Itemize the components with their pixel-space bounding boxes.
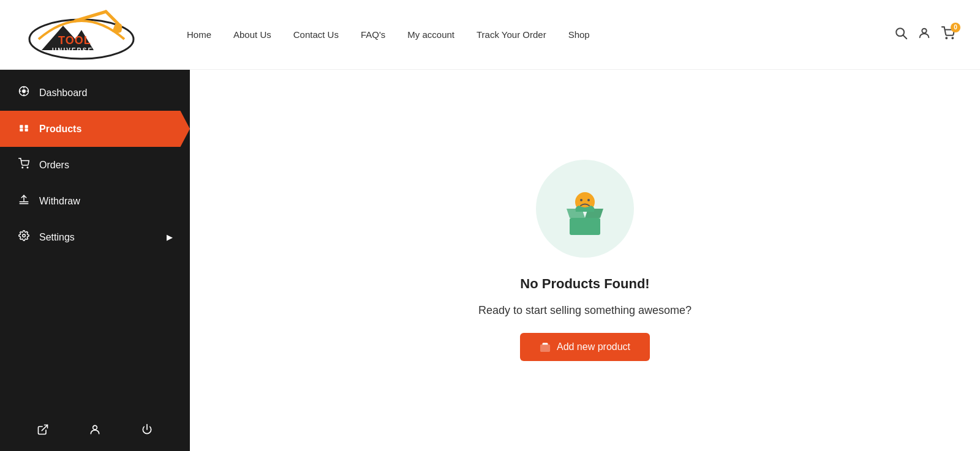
nav-home[interactable]: Home	[187, 29, 211, 40]
svg-line-25	[42, 425, 48, 431]
withdraw-label: Withdraw	[39, 196, 80, 207]
svg-point-10	[946, 37, 947, 39]
sidebar: Dashboard Products Orders Withdraw	[0, 70, 190, 451]
settings-label: Settings	[39, 232, 75, 243]
empty-state: No Products Found! Ready to start sellin…	[478, 160, 692, 361]
logo-area: TOOL UNIVERSE	[24, 7, 138, 62]
svg-point-9	[922, 28, 926, 32]
logo[interactable]: TOOL UNIVERSE	[24, 7, 138, 62]
add-product-label: Add new product	[557, 341, 630, 352]
header-actions: 0	[894, 26, 956, 43]
page-layout: Dashboard Products Orders Withdraw	[0, 70, 980, 451]
orders-icon	[17, 158, 31, 172]
svg-rect-20	[20, 129, 23, 132]
svg-point-31	[587, 199, 590, 201]
user-icon[interactable]	[918, 26, 931, 43]
settings-arrow: ▶	[167, 233, 173, 242]
sidebar-item-withdraw[interactable]: Withdraw	[0, 183, 190, 219]
sidebar-item-dashboard[interactable]: Dashboard	[0, 75, 190, 111]
svg-text:UNIVERSE: UNIVERSE	[52, 47, 93, 54]
nav-about[interactable]: About Us	[233, 29, 271, 40]
svg-point-24	[23, 234, 26, 237]
svg-rect-18	[20, 125, 23, 128]
profile-icon[interactable]	[89, 423, 101, 439]
svg-rect-21	[25, 129, 28, 132]
add-new-product-button[interactable]: Add new product	[520, 333, 650, 361]
svg-point-13	[22, 89, 26, 93]
svg-point-23	[27, 167, 28, 168]
products-label: Products	[39, 124, 81, 135]
nav-shop[interactable]: Shop	[568, 29, 590, 40]
power-icon[interactable]	[141, 423, 153, 439]
main-content: No Products Found! Ready to start sellin…	[190, 70, 980, 451]
withdraw-icon	[17, 194, 31, 208]
dashboard-label: Dashboard	[39, 88, 87, 99]
external-link-icon[interactable]	[37, 423, 49, 439]
nav-contact[interactable]: Contact Us	[293, 29, 339, 40]
main-nav: Home About Us Contact Us FAQ's My accoun…	[187, 29, 880, 40]
svg-rect-32	[540, 345, 549, 351]
search-icon[interactable]	[894, 26, 908, 43]
products-icon	[17, 122, 31, 136]
cart-badge: 0	[951, 23, 960, 32]
cart-icon[interactable]: 0	[941, 26, 956, 43]
sidebar-item-products[interactable]: Products	[0, 111, 190, 147]
nav-faqs[interactable]: FAQ's	[361, 29, 385, 40]
svg-point-30	[580, 199, 582, 201]
svg-rect-19	[25, 125, 28, 128]
svg-text:TOOL: TOOL	[58, 34, 91, 47]
nav-account[interactable]: My account	[407, 29, 454, 40]
svg-point-26	[93, 425, 97, 430]
svg-point-22	[22, 167, 23, 168]
nav-track[interactable]: Track Your Order	[477, 29, 546, 40]
svg-rect-28	[570, 218, 600, 235]
dashboard-icon	[17, 86, 31, 100]
orders-label: Orders	[39, 160, 69, 171]
sidebar-item-settings[interactable]: Settings ▶	[0, 219, 190, 255]
no-products-subtitle: Ready to start selling something awesome…	[478, 304, 692, 317]
settings-icon	[17, 230, 31, 244]
svg-point-11	[952, 37, 953, 39]
sidebar-item-orders[interactable]: Orders	[0, 147, 190, 183]
no-products-title: No Products Found!	[520, 276, 649, 292]
empty-state-icon	[536, 160, 634, 258]
svg-line-8	[903, 35, 907, 38]
sidebar-footer	[0, 411, 190, 451]
site-header: TOOL UNIVERSE Home About Us Contact Us F…	[0, 0, 980, 70]
